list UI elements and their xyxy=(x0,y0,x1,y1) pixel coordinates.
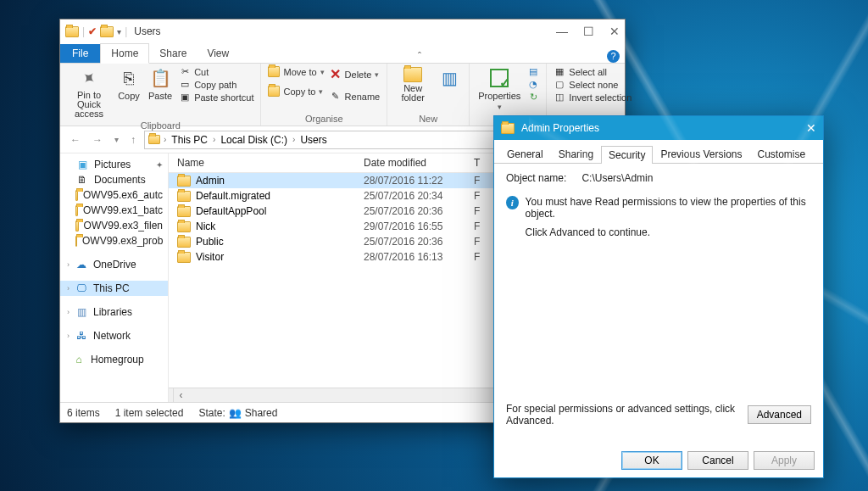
cut-button[interactable]: ✂Cut xyxy=(179,65,253,78)
edit-button[interactable]: ◔ xyxy=(527,78,539,91)
dialog-title: Admin Properties xyxy=(521,122,599,134)
qat-checkmark-icon[interactable]: ✔ xyxy=(88,25,97,37)
paste-icon: 📋 xyxy=(149,67,171,89)
chevron-right-icon[interactable]: › xyxy=(164,135,166,144)
nav-recent-button[interactable]: ▾ xyxy=(111,135,122,144)
tab-general[interactable]: General xyxy=(499,145,551,163)
properties-dialog: Admin Properties ✕ General Sharing Secur… xyxy=(493,115,824,478)
invert-selection-button[interactable]: ◫Invert selection xyxy=(554,91,632,103)
status-selected-count: 1 item selected xyxy=(115,407,184,419)
folder-icon xyxy=(177,221,191,232)
nav-pictures[interactable]: ▣Pictures✦ xyxy=(60,157,168,172)
cancel-button[interactable]: Cancel xyxy=(687,451,748,470)
column-name[interactable]: Name xyxy=(169,157,364,169)
tab-file[interactable]: File xyxy=(60,44,100,63)
rename-icon: ✎ xyxy=(330,91,342,102)
nav-forward-button[interactable]: → xyxy=(89,134,106,146)
copy-path-button[interactable]: ▭Copy path xyxy=(179,78,253,91)
nav-documents[interactable]: 🗎Documents xyxy=(60,172,168,187)
nav-folder[interactable]: OWV99.ex8_prob xyxy=(60,233,168,248)
tab-share[interactable]: Share xyxy=(149,44,197,63)
chevron-right-icon[interactable]: › xyxy=(292,135,295,144)
nav-this-pc[interactable]: ›🖵This PC xyxy=(60,281,168,296)
close-button[interactable]: ✕ xyxy=(609,25,620,38)
help-button[interactable]: ? xyxy=(607,50,620,63)
minimize-button[interactable]: — xyxy=(556,25,568,38)
nav-onedrive[interactable]: ›☁OneDrive xyxy=(60,257,168,272)
tab-customise[interactable]: Customise xyxy=(749,145,813,163)
dialog-tabs: General Sharing Security Previous Versio… xyxy=(494,140,823,164)
nav-libraries[interactable]: ›▥Libraries xyxy=(60,304,168,320)
pictures-icon: ▣ xyxy=(75,159,89,170)
select-all-button[interactable]: ▦Select all xyxy=(554,65,632,78)
onedrive-icon: ☁ xyxy=(75,259,88,271)
copy-icon: ⎘ xyxy=(118,67,140,89)
copy-button[interactable]: ⎘ Copy xyxy=(116,65,142,103)
nav-homegroup[interactable]: ⌂Homegroup xyxy=(60,352,168,367)
breadcrumb[interactable]: Users xyxy=(298,134,328,146)
history-button[interactable]: ↻ xyxy=(527,91,539,103)
pin-to-quick-access-button[interactable]: ✦ Pin to Quick access xyxy=(67,65,111,120)
nav-up-button[interactable]: ↑ xyxy=(127,134,139,146)
select-none-button[interactable]: ▢Select none xyxy=(554,78,632,91)
monitor-icon: 🖵 xyxy=(75,282,88,294)
window-title: Users xyxy=(134,25,160,37)
maximize-button[interactable]: ☐ xyxy=(583,25,594,38)
folder-icon xyxy=(177,252,191,263)
chevron-right-icon[interactable]: › xyxy=(213,135,215,144)
tab-sharing[interactable]: Sharing xyxy=(551,145,601,163)
file-name: Public xyxy=(196,236,224,248)
documents-icon: 🗎 xyxy=(75,174,89,186)
folder-icon xyxy=(75,190,78,201)
qat-dropdown-icon[interactable]: ▾ xyxy=(117,27,121,36)
tab-home[interactable]: Home xyxy=(100,43,149,64)
advanced-button[interactable]: Advanced xyxy=(748,405,811,424)
status-state: State: 👥 Shared xyxy=(198,407,277,419)
select-none-icon: ▢ xyxy=(554,79,565,90)
pin-icon: ✦ xyxy=(156,160,163,170)
folder-icon xyxy=(75,205,78,216)
tab-previous-versions[interactable]: Previous Versions xyxy=(653,145,749,163)
move-to-button[interactable]: Move to xyxy=(268,65,324,78)
folder-icon xyxy=(148,135,160,144)
qat-separator: | xyxy=(125,25,127,37)
delete-button[interactable]: ✕Delete xyxy=(330,65,381,83)
select-all-icon: ▦ xyxy=(554,66,565,77)
tab-security[interactable]: Security xyxy=(601,146,653,164)
breadcrumb[interactable]: This PC xyxy=(170,134,209,146)
nav-back-button[interactable]: ← xyxy=(67,134,84,146)
info-icon: i xyxy=(506,196,519,209)
copy-to-button[interactable]: Copy to xyxy=(268,85,324,98)
file-name: Admin xyxy=(196,175,225,187)
new-folder-button[interactable]: New folder xyxy=(394,65,431,104)
address-bar[interactable]: › This PC › Local Disk (C:) › Users ⌄ ↻ xyxy=(144,131,528,149)
column-date[interactable]: Date modified xyxy=(364,157,474,169)
rename-button[interactable]: ✎Rename xyxy=(330,90,381,103)
ribbon-group-new: New folder ▥ New xyxy=(387,64,470,126)
open-button[interactable]: ▤ xyxy=(527,65,539,78)
object-name-label: Object name: xyxy=(506,172,566,184)
paste-shortcut-button[interactable]: ▣Paste shortcut xyxy=(179,91,253,103)
nav-network[interactable]: ›🖧Network xyxy=(60,328,168,343)
ribbon-group-clipboard: ✦ Pin to Quick access ⎘ Copy 📋 Paste ✂Cu… xyxy=(60,64,261,126)
nav-folder[interactable]: OWV99.ex1_batc xyxy=(60,203,168,218)
folder-icon xyxy=(75,236,77,247)
tab-view[interactable]: View xyxy=(197,44,239,63)
scissors-icon: ✂ xyxy=(179,66,191,77)
properties-button[interactable]: Properties xyxy=(476,65,522,113)
libraries-icon: ▥ xyxy=(75,306,88,318)
folder-icon[interactable] xyxy=(100,26,114,37)
apply-button[interactable]: Apply xyxy=(754,451,815,470)
breadcrumb[interactable]: Local Disk (C:) xyxy=(219,134,289,146)
dialog-close-button[interactable]: ✕ xyxy=(806,121,816,135)
file-date: 28/07/2016 11:22 xyxy=(364,175,474,187)
nav-folder[interactable]: OWV99.ex3_filen xyxy=(60,218,168,233)
open-icon: ▤ xyxy=(527,66,539,77)
ok-button[interactable]: OK xyxy=(621,451,682,470)
file-date: 28/07/2016 16:13 xyxy=(364,251,474,263)
nav-folder[interactable]: OWV95.ex6_autc xyxy=(60,187,168,203)
folder-icon xyxy=(65,26,79,37)
new-item-button[interactable]: ▥ xyxy=(437,65,462,91)
paste-button[interactable]: 📋 Paste xyxy=(147,65,174,103)
ribbon-collapse-icon[interactable]: ˆ xyxy=(418,51,421,63)
